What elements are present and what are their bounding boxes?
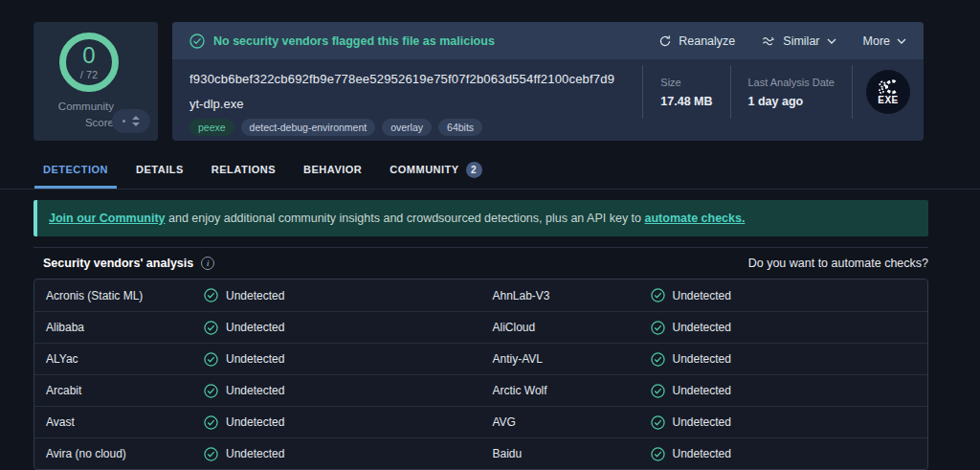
similar-button[interactable]: Similar <box>762 34 835 48</box>
detection-result: Undetected <box>673 415 731 429</box>
tab-behavior-label: BEHAVIOR <box>303 164 362 175</box>
check-circle-icon <box>204 321 218 335</box>
file-report-card: No security vendors flagged this file as… <box>172 22 924 141</box>
vendor-name: AliCloud <box>493 321 651 334</box>
tab-relations[interactable]: RELATIONS <box>203 153 284 189</box>
detection-score-ring: 0 / 72 <box>59 33 119 92</box>
check-circle-icon <box>651 352 665 367</box>
check-circle-icon <box>204 352 218 367</box>
detection-result: Undetected <box>226 289 284 302</box>
detection-result: Undetected <box>673 447 731 460</box>
vendor-cell: Antiy-AVL Undetected <box>481 344 928 374</box>
vendor-cell: Arcabit Undetected <box>34 375 481 406</box>
more-label: More <box>863 34 890 48</box>
file-name: yt-dlp.exe <box>189 97 243 111</box>
tab-details-label: DETAILS <box>136 164 184 175</box>
verdict-header: No security vendors flagged this file as… <box>172 22 924 59</box>
vendor-name: Arctic Wolf <box>493 384 651 397</box>
tag-detect-debug-environment[interactable]: detect-debug-environment <box>241 119 376 136</box>
vendors-section-header: Security vendors' analysis i Do you want… <box>33 253 928 274</box>
check-circle-icon <box>651 288 665 302</box>
check-circle-icon <box>189 34 205 49</box>
join-community-link[interactable]: Join our Community <box>49 212 166 225</box>
refresh-icon <box>658 34 672 48</box>
detection-result: Undetected <box>673 384 731 397</box>
last-analysis: Last Analysis Date 1 day ago <box>731 77 853 108</box>
vendor-cell: Avast Undetected <box>34 407 481 437</box>
vote-stepper-icon[interactable] <box>132 116 140 126</box>
vendor-name: Arcabit <box>46 384 204 397</box>
join-community-banner: Join our Community and enjoy additional … <box>33 200 928 236</box>
vendor-cell: AhnLab-V3 Undetected <box>481 280 928 311</box>
divider <box>852 65 853 119</box>
vendor-cell: Baidu Undetected <box>481 438 928 469</box>
reanalyze-label: Reanalyze <box>679 34 735 48</box>
table-row: Avast Undetected AVG Undetected <box>34 406 927 437</box>
vendor-cell: Arctic Wolf Undetected <box>481 375 928 406</box>
community-score-card: 0 / 72 Community Score <box>33 22 158 141</box>
divider <box>33 247 928 248</box>
community-count-badge: 2 <box>466 162 482 178</box>
automate-checks-prompt[interactable]: Do you want to automate checks? <box>748 257 928 270</box>
size-value: 17.48 MB <box>660 95 712 108</box>
file-sha256: f930cb6bef322cb692fb9e778ee52952619e75f0… <box>189 72 614 86</box>
vote-dot-icon <box>122 120 125 123</box>
tab-community-label: COMMUNITY <box>390 164 458 175</box>
detection-result: Undetected <box>673 321 731 334</box>
vendor-cell: Acronis (Static ML) Undetected <box>34 280 481 311</box>
vendors-analysis-title: Security vendors' analysis <box>43 257 193 270</box>
vendor-name: AhnLab-V3 <box>493 289 651 302</box>
similar-arrows-icon <box>762 35 776 47</box>
verdict-status: No security vendors flagged this file as… <box>189 34 495 49</box>
vote-down-icon[interactable] <box>132 123 140 126</box>
check-circle-icon <box>204 384 218 398</box>
vendor-name: Antiy-AVL <box>493 352 651 366</box>
check-circle-icon <box>204 288 218 302</box>
vendor-cell: AliCloud Undetected <box>481 312 928 343</box>
vendor-name: Baidu <box>493 447 651 460</box>
vendor-cell: AVG Undetected <box>481 407 928 437</box>
table-row: Arcabit Undetected Arctic Wolf Undetecte… <box>34 374 927 406</box>
more-button[interactable]: More <box>863 34 906 48</box>
detection-result: Undetected <box>226 415 284 429</box>
vendor-cell: Alibaba Undetected <box>34 312 481 343</box>
vote-widget[interactable] <box>112 109 150 133</box>
automate-checks-link[interactable]: automate checks. <box>645 212 746 225</box>
last-analysis-label: Last Analysis Date <box>748 77 835 88</box>
tab-relations-label: RELATIONS <box>212 164 276 175</box>
exe-file-icon: EXE <box>866 70 910 114</box>
chevron-down-icon <box>827 38 836 44</box>
vendors-analysis-table: Acronis (Static ML) Undetected AhnLab-V3… <box>33 279 928 470</box>
banner-text: and enjoy additional community insights … <box>166 212 645 225</box>
check-circle-icon <box>651 415 665 430</box>
check-circle-icon <box>204 415 218 430</box>
info-icon[interactable]: i <box>201 257 214 270</box>
vendor-name: Alibaba <box>46 321 204 334</box>
vendor-name: Avast <box>46 415 204 429</box>
tag-overlay[interactable]: overlay <box>382 119 432 136</box>
detection-result: Undetected <box>673 352 731 366</box>
file-summary: f930cb6bef322cb692fb9e778ee52952619e75f0… <box>172 59 924 141</box>
tag-64bits[interactable]: 64bits <box>438 119 482 136</box>
detection-result: Undetected <box>673 289 731 302</box>
header-actions: Reanalyze Similar More <box>658 34 906 48</box>
tab-details[interactable]: DETAILS <box>127 153 192 189</box>
vendor-name: Acronis (Static ML) <box>46 289 204 302</box>
table-row: Alibaba Undetected AliCloud Undetected <box>34 311 927 343</box>
file-size: Size 17.48 MB <box>643 77 729 108</box>
file-type-badge: EXE <box>878 95 899 105</box>
vote-up-icon[interactable] <box>132 116 140 120</box>
tab-community[interactable]: COMMUNITY 2 <box>381 153 490 189</box>
reanalyze-button[interactable]: Reanalyze <box>658 34 735 48</box>
check-circle-icon <box>651 384 665 398</box>
detection-result: Undetected <box>226 352 284 366</box>
verdict-message: No security vendors flagged this file as… <box>213 34 495 48</box>
detection-result: Undetected <box>226 384 284 397</box>
tab-detection[interactable]: DETECTION <box>34 153 117 189</box>
tag-peexe[interactable]: peexe <box>189 119 234 136</box>
chevron-down-icon <box>897 38 906 44</box>
vendor-cell: ALYac Undetected <box>34 344 481 374</box>
check-circle-icon <box>204 447 218 461</box>
tab-behavior[interactable]: BEHAVIOR <box>295 153 370 189</box>
vendor-cell: Avira (no cloud) Undetected <box>34 438 481 469</box>
